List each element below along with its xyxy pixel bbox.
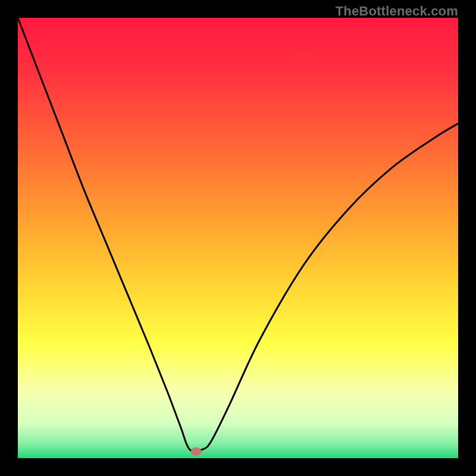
bottleneck-chart bbox=[18, 18, 458, 458]
watermark-text: TheBottleneck.com bbox=[336, 4, 458, 19]
chart-container: TheBottleneck.com bbox=[0, 0, 476, 476]
plot-area bbox=[18, 18, 458, 458]
optimum-marker bbox=[191, 447, 202, 456]
gradient-background bbox=[18, 18, 458, 458]
